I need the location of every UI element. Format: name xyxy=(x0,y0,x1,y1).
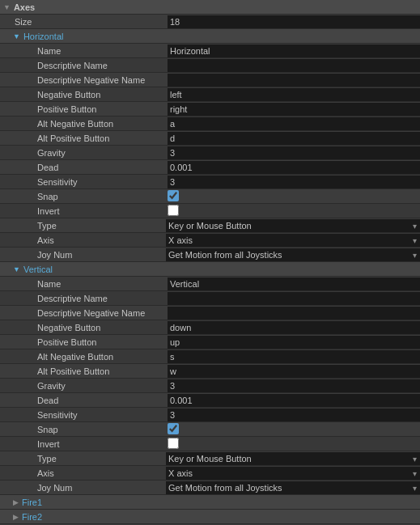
h-neg-button-value-col xyxy=(166,88,420,101)
v-gravity-label: Gravity xyxy=(0,381,166,391)
v-dead-row: Dead xyxy=(0,393,420,408)
v-snap-label: Snap xyxy=(0,425,166,434)
h-joy-num-row: Joy Num Get Motion from all Joysticks Jo… xyxy=(0,248,420,262)
h-alt-pos-button-value-col xyxy=(166,132,420,145)
h-gravity-input[interactable] xyxy=(168,146,420,159)
h-pos-button-input[interactable] xyxy=(168,103,420,116)
h-snap-checkbox[interactable] xyxy=(168,190,179,201)
h-neg-button-row: Negative Button xyxy=(0,87,420,102)
v-sensitivity-row: Sensitivity xyxy=(0,408,420,422)
h-sensitivity-label: Sensitivity xyxy=(0,177,166,187)
h-name-input[interactable] xyxy=(168,44,420,57)
h-axis-label: Axis xyxy=(0,235,166,245)
v-axis-dropdown[interactable]: X axis Y axis Z axis xyxy=(166,467,420,480)
h-desc-name-label: Descriptive Name xyxy=(0,61,166,70)
v-alt-pos-button-value-col xyxy=(166,365,420,378)
h-neg-button-input[interactable] xyxy=(168,88,420,101)
h-neg-button-label: Negative Button xyxy=(0,90,166,99)
v-axis-label: Axis xyxy=(0,468,166,478)
horizontal-label: Horizontal xyxy=(23,32,64,41)
v-name-value-col xyxy=(166,277,420,290)
h-pos-button-row: Positive Button xyxy=(0,102,420,116)
v-desc-neg-name-value-col xyxy=(166,307,420,320)
h-desc-name-input[interactable] xyxy=(168,59,420,72)
v-type-row: Type Key or Mouse Button Mouse Movement … xyxy=(0,451,420,466)
v-name-input[interactable] xyxy=(168,277,420,290)
v-gravity-input[interactable] xyxy=(168,379,420,392)
v-desc-neg-name-input[interactable] xyxy=(168,307,420,320)
v-invert-row: Invert xyxy=(0,437,420,451)
h-gravity-row: Gravity xyxy=(0,146,420,160)
v-desc-name-label: Descriptive Name xyxy=(0,294,166,303)
v-neg-button-value-col xyxy=(166,321,420,334)
h-alt-pos-button-label: Alt Positive Button xyxy=(0,133,166,143)
v-alt-neg-button-input[interactable] xyxy=(168,350,420,363)
h-alt-neg-button-input[interactable] xyxy=(168,117,420,130)
vertical-header[interactable]: ▼ Vertical xyxy=(0,262,420,277)
axes-triangle: ▼ xyxy=(3,3,11,11)
h-gravity-value-col xyxy=(166,146,420,159)
fire1-header[interactable]: ▶ Fire1 xyxy=(0,495,420,510)
v-snap-value-col xyxy=(166,423,420,436)
v-dead-value-col xyxy=(166,394,420,407)
v-dead-input[interactable] xyxy=(168,394,420,407)
v-sensitivity-input[interactable] xyxy=(168,409,420,421)
v-name-row: Name xyxy=(0,277,420,291)
h-alt-pos-button-input[interactable] xyxy=(168,132,420,145)
fire2-header[interactable]: ▶ Fire2 xyxy=(0,510,420,524)
size-value-col: 18 xyxy=(166,15,420,28)
v-type-dropdown-wrapper: Key or Mouse Button Mouse Movement Joyst… xyxy=(166,452,420,465)
horizontal-header[interactable]: ▼ Horizontal xyxy=(0,29,420,44)
h-type-dropdown[interactable]: Key or Mouse Button Mouse Movement Joyst… xyxy=(166,219,420,232)
v-desc-name-input[interactable] xyxy=(168,292,420,305)
size-label: Size xyxy=(0,17,166,27)
v-alt-pos-button-label: Alt Positive Button xyxy=(0,366,166,376)
inspector: ▼ Axes Size 18 ▼ Horizontal Name Descrip… xyxy=(0,0,420,524)
v-invert-label: Invert xyxy=(0,439,166,449)
v-pos-button-label: Positive Button xyxy=(0,337,166,347)
h-name-value-col xyxy=(166,44,420,57)
h-dead-row: Dead xyxy=(0,160,420,175)
v-joy-num-label: Joy Num xyxy=(0,483,166,493)
horizontal-triangle: ▼ xyxy=(13,32,20,40)
h-axis-dropdown[interactable]: X axis Y axis Z axis xyxy=(166,234,420,247)
v-invert-checkbox[interactable] xyxy=(168,438,179,449)
v-type-label: Type xyxy=(0,454,166,464)
h-pos-button-value-col xyxy=(166,103,420,116)
h-dead-value-col xyxy=(166,161,420,174)
h-sensitivity-value-col xyxy=(166,176,420,188)
v-desc-neg-name-label: Descriptive Negative Name xyxy=(0,308,166,318)
h-dead-input[interactable] xyxy=(168,161,420,174)
h-name-label: Name xyxy=(0,46,166,56)
h-pos-button-label: Positive Button xyxy=(0,104,166,114)
v-name-label: Name xyxy=(0,279,166,289)
h-desc-name-value-col xyxy=(166,59,420,72)
v-alt-neg-button-label: Alt Negative Button xyxy=(0,352,166,362)
v-joy-num-row: Joy Num Get Motion from all Joysticks Jo… xyxy=(0,481,420,495)
axes-header[interactable]: ▼ Axes xyxy=(0,0,420,15)
h-alt-pos-button-row: Alt Positive Button xyxy=(0,131,420,146)
v-axis-row: Axis X axis Y axis Z axis xyxy=(0,466,420,481)
v-pos-button-input[interactable] xyxy=(168,336,420,349)
v-type-dropdown[interactable]: Key or Mouse Button Mouse Movement Joyst… xyxy=(166,452,420,465)
v-desc-neg-name-row: Descriptive Negative Name xyxy=(0,306,420,320)
h-gravity-label: Gravity xyxy=(0,148,166,158)
v-joy-num-dropdown[interactable]: Get Motion from all Joysticks Joystick 1… xyxy=(166,481,420,494)
h-invert-checkbox[interactable] xyxy=(168,205,179,216)
h-snap-row: Snap xyxy=(0,189,420,204)
h-desc-neg-name-input[interactable] xyxy=(168,74,420,87)
h-snap-value-col xyxy=(166,190,420,203)
h-joy-num-dropdown[interactable]: Get Motion from all Joysticks Joystick 1… xyxy=(166,248,420,261)
v-axis-dropdown-wrapper: X axis Y axis Z axis xyxy=(166,467,420,480)
v-snap-checkbox[interactable] xyxy=(168,423,179,434)
h-sensitivity-input[interactable] xyxy=(168,176,420,188)
v-alt-pos-button-input[interactable] xyxy=(168,365,420,378)
v-dead-label: Dead xyxy=(0,396,166,405)
h-invert-label: Invert xyxy=(0,206,166,216)
fire1-triangle: ▶ xyxy=(13,498,19,506)
h-joy-num-dropdown-wrapper: Get Motion from all Joysticks Joystick 1… xyxy=(166,248,420,261)
h-desc-neg-name-value-col xyxy=(166,74,420,87)
v-neg-button-input[interactable] xyxy=(168,321,420,334)
h-alt-neg-button-value-col xyxy=(166,117,420,130)
size-row: Size 18 xyxy=(0,15,420,29)
